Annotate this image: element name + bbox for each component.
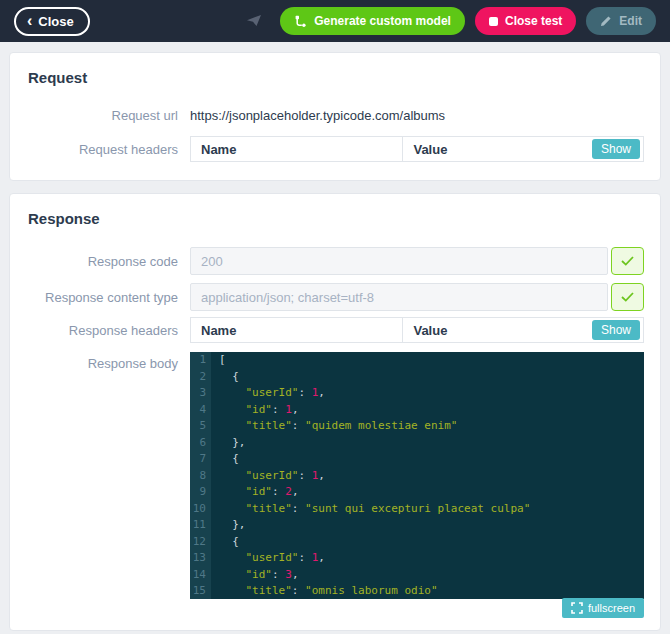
flow-branch-icon — [294, 15, 307, 28]
close-test-button-label: Close test — [505, 14, 562, 28]
chevron-left-icon: ‹ — [27, 13, 32, 29]
response-body-row: Response body 1[2 {3 "userId": 1,4 "id":… — [26, 352, 644, 618]
response-headers-value-column: Value — [403, 318, 592, 342]
request-card: Request Request url https://jsonplacehol… — [9, 52, 661, 181]
request-headers-show-button[interactable]: Show — [592, 139, 640, 159]
response-body-editor[interactable]: 1[2 {3 "userId": 1,4 "id": 1,5 "title": … — [190, 352, 644, 599]
request-headers-value-column: Value — [403, 137, 592, 161]
generate-custom-model-button[interactable]: Generate custom model — [280, 7, 465, 35]
request-headers-row: Request headers Name Value Show — [26, 136, 644, 162]
request-url-row: Request url https://jsonplaceholder.typi… — [26, 106, 644, 124]
response-title: Response — [28, 210, 644, 227]
close-button-label: Close — [38, 14, 73, 29]
generate-button-label: Generate custom model — [314, 14, 451, 28]
topbar-actions: Generate custom model Close test Edit — [247, 7, 656, 35]
check-icon — [621, 292, 634, 302]
response-code-label: Response code — [26, 254, 178, 269]
response-code-row: Response code — [26, 247, 644, 275]
response-card: Response Response code Response content … — [9, 193, 661, 631]
request-headers-table: Name Value Show — [190, 136, 644, 162]
request-url-value: https://jsonplaceholder.typicode.com/alb… — [190, 108, 445, 123]
request-headers-name-column: Name — [191, 137, 403, 161]
check-icon — [621, 256, 634, 266]
response-headers-name-column: Name — [191, 318, 403, 342]
fullscreen-button[interactable]: fullscreen — [562, 598, 644, 618]
fullscreen-icon — [571, 602, 583, 614]
fullscreen-button-label: fullscreen — [588, 602, 635, 614]
response-content-type-label: Response content type — [26, 290, 178, 305]
response-code-valid-badge — [611, 247, 644, 275]
response-content-type-input[interactable] — [190, 283, 608, 311]
stop-icon — [489, 17, 498, 26]
edit-button-label: Edit — [619, 14, 642, 28]
pencil-icon — [600, 15, 612, 27]
response-content-type-valid-badge — [611, 283, 644, 311]
request-headers-label: Request headers — [26, 142, 178, 157]
send-icon — [247, 15, 262, 27]
response-headers-show-button[interactable]: Show — [592, 320, 640, 340]
topbar: ‹ Close Generate custom model Close test — [0, 0, 670, 42]
response-headers-label: Response headers — [26, 323, 178, 338]
edit-button[interactable]: Edit — [586, 7, 656, 35]
request-title: Request — [28, 69, 644, 86]
close-button[interactable]: ‹ Close — [14, 7, 90, 36]
response-code-input[interactable] — [190, 247, 608, 275]
response-content-type-row: Response content type — [26, 283, 644, 311]
request-url-label: Request url — [26, 108, 178, 123]
response-headers-table: Name Value Show — [190, 317, 644, 343]
close-test-button[interactable]: Close test — [475, 7, 576, 35]
response-headers-row: Response headers Name Value Show — [26, 317, 644, 343]
response-body-label: Response body — [26, 356, 178, 371]
